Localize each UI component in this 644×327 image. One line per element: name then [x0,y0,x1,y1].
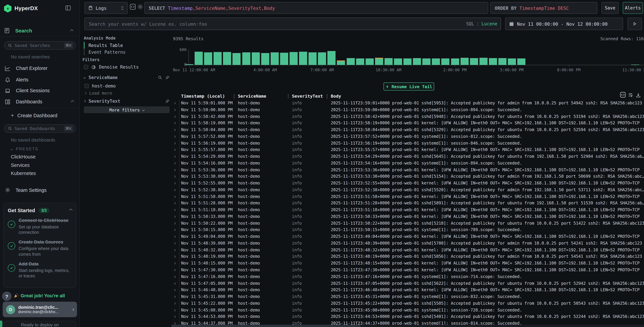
expand-row-icon[interactable] [173,162,176,164]
table-row[interactable]: Nov 11 5:46:48.000 PMhost-demoinfo2025-1… [171,287,644,294]
table-row[interactable]: Nov 11 5:59:01.000 PMhost-demoinfo2025-1… [171,100,644,107]
table-row[interactable]: Nov 11 5:48:32.000 PMhost-demoinfo2025-1… [171,247,644,254]
help-button[interactable]: ? [2,292,12,301]
expand-row-icon[interactable] [173,196,176,198]
table-row[interactable]: Nov 11 5:44:53.000 PMhost-demoinfo2025-1… [171,314,644,320]
expand-row-icon[interactable] [173,136,176,138]
order-by-input[interactable]: ORDER BY TimestampTime DESC [490,2,597,14]
horizontal-scrollbar[interactable] [171,325,644,327]
expand-row-icon[interactable] [173,129,176,131]
table-row[interactable]: Nov 11 5:51:58.000 PMhost-demoinfo2025-1… [171,194,644,200]
sidebar-item-dashboards[interactable]: Dashboards [0,97,80,106]
sidebar-item-client-sessions[interactable]: Client Sessions [0,86,80,95]
column-divider[interactable] [288,94,288,98]
table-row[interactable]: Nov 11 5:48:19.000 PMhost-demoinfo2025-1… [171,254,644,260]
expand-row-icon[interactable] [173,242,176,244]
load-more-button[interactable]: Load more [84,90,112,96]
expand-row-icon[interactable] [173,209,176,211]
get-started-item[interactable]: Add DataStart sending logs, metrics, or … [8,262,72,279]
expand-row-icon[interactable] [173,115,176,118]
expand-row-icon[interactable] [173,222,176,224]
expand-row-icon[interactable] [173,282,176,284]
search-input[interactable] [85,18,463,30]
table-row[interactable]: Nov 11 5:53:30.000 PMhost-demoinfo2025-1… [171,174,644,180]
expand-row-icon[interactable] [173,269,176,271]
code-view-icon[interactable] [130,4,136,10]
table-row[interactable]: Nov 11 5:51:18.000 PMhost-demoinfo2025-1… [171,207,644,214]
table-row[interactable]: Nov 11 5:47:30.000 PMhost-demoinfo2025-1… [171,267,644,274]
create-dashboard-button[interactable]: + Create Dashboard [11,112,58,118]
query-settings-gear-icon[interactable] [137,4,143,10]
filter-group-servicename[interactable]: ServiceName [84,75,170,80]
analysis-mode-event-patterns[interactable]: Event Patterns [84,49,144,56]
table-row[interactable]: Nov 11 5:52:55.000 PMhost-demoinfo2025-1… [171,180,644,187]
table-row[interactable]: Nov 11 5:49:04.000 PMhost-demoinfo2025-1… [171,234,644,240]
sidebar-item-chart-explorer[interactable]: Chart Explorer [0,64,80,73]
raw-view-icon[interactable] [620,92,626,98]
table-row[interactable]: Nov 11 5:45:08.000 PMhost-demoinfo2025-1… [171,307,644,314]
table-row[interactable]: Nov 11 5:48:39.000 PMhost-demoinfo2025-1… [171,240,644,247]
expand-row-icon[interactable] [173,236,176,238]
expand-row-icon[interactable] [173,276,176,278]
col-header-body[interactable]: Body [331,94,341,99]
expand-row-icon[interactable] [173,182,176,184]
sidebar-item-search[interactable]: Search [4,28,32,34]
host-demo-checkbox[interactable] [84,84,89,88]
sidebar-item-team-settings[interactable]: Team Settings [5,187,47,193]
filter-value-host-demo[interactable]: host-demo [84,84,116,88]
save-button[interactable]: Save [602,2,619,14]
run-query-button[interactable] [628,18,642,30]
more-filters-button[interactable]: More filters [84,106,170,113]
expand-row-icon[interactable] [173,122,176,124]
expand-row-icon[interactable] [173,149,176,151]
table-row[interactable]: Nov 11 5:45:31.000 PMhost-demoinfo2025-1… [171,294,644,300]
get-started-item[interactable]: Connect to ClickHouseSet up your databas… [8,218,72,235]
table-row[interactable]: Nov 11 5:47:05.000 PMhost-demoinfo2025-1… [171,280,644,287]
expand-row-icon[interactable] [173,156,176,158]
expand-row-icon[interactable] [173,229,176,231]
expand-row-icon[interactable] [173,108,176,111]
col-header-servicename[interactable]: ServiceName [238,94,266,99]
pin-icon[interactable] [165,75,170,80]
preset-item-kubernetes[interactable]: Kubernetes [11,170,36,176]
denoise-checkbox[interactable] [84,65,88,69]
wrap-text-icon[interactable] [628,92,633,97]
expand-row-icon[interactable] [173,256,176,258]
expand-row-icon[interactable] [173,296,176,298]
saved-searches-search[interactable]: ⌘K [4,41,76,50]
expand-row-icon[interactable] [173,202,176,204]
expand-row-icon[interactable] [173,169,176,171]
table-row[interactable]: Nov 11 5:45:22.000 PMhost-demoinfo2025-1… [171,300,644,307]
expand-row-icon[interactable] [173,316,176,318]
table-row[interactable]: Nov 11 5:58:42.000 PMhost-demoinfo2025-1… [171,113,644,120]
table-row[interactable]: Nov 11 5:47:16.000 PMhost-demoinfo2025-1… [171,274,644,280]
expand-row-icon[interactable] [173,302,176,305]
resume-live-tail-button[interactable]: Resume Live Tail [384,82,434,90]
filter-search-icon[interactable] [158,75,162,80]
column-divider[interactable] [234,94,234,98]
table-row[interactable]: Nov 11 5:58:19.000 PMhost-demoinfo2025-1… [171,120,644,127]
col-header-severitytext[interactable]: SeverityText [292,94,323,99]
sidebar-collapse-icon[interactable] [65,5,71,11]
date-range-picker[interactable]: Nov 11 00:00:00 - Nov 12 00:00:00 [505,18,623,30]
scrollbar-thumb[interactable] [171,325,360,327]
table-row[interactable]: Nov 11 5:50:33.000 PMhost-demoinfo2025-1… [171,214,644,220]
deploy-banner[interactable]: Ready to deploy on [4,321,76,327]
expand-row-icon[interactable] [173,309,176,311]
expand-row-icon[interactable] [173,189,176,191]
denoise-results-option[interactable]: Denoise Results [84,64,139,70]
user-menu[interactable]: D dominic.tran@clic... dominic.tran@clic… [3,302,77,317]
table-row[interactable]: Nov 11 5:51:28.000 PMhost-demoinfo2025-1… [171,200,644,207]
table-row[interactable]: Nov 11 5:53:36.000 PMhost-demoinfo2025-1… [171,167,644,174]
expand-row-icon[interactable] [173,142,176,144]
source-select[interactable]: Logs [84,2,128,14]
analysis-mode-results-table[interactable]: Results Table [84,42,144,49]
chevron-up-icon[interactable] [70,29,74,32]
table-row[interactable]: Nov 11 5:50:22.000 PMhost-demoinfo2025-1… [171,220,644,227]
sql-mode-button[interactable]: SQL [466,21,474,26]
saved-searches-input[interactable] [14,43,64,48]
preset-item-clickhouse[interactable]: ClickHouse [11,154,36,160]
download-icon[interactable] [636,92,641,98]
expand-row-icon[interactable] [173,289,176,291]
alerts-button[interactable]: Alerts [623,2,643,14]
